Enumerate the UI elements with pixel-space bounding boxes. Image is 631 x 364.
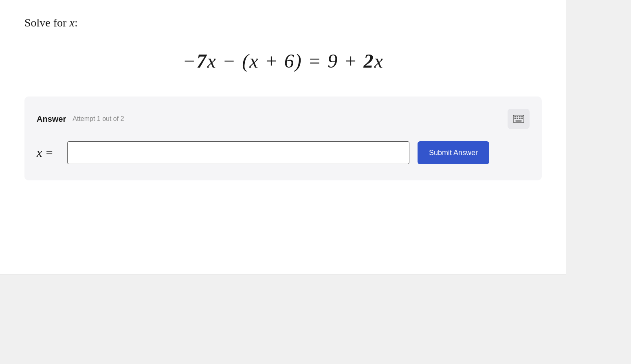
answer-section: Answer Attempt 1 out of 2 bbox=[24, 96, 542, 180]
colon: : bbox=[75, 16, 78, 29]
keyboard-toggle-button[interactable] bbox=[508, 109, 530, 129]
svg-rect-9 bbox=[516, 121, 522, 122]
svg-rect-5 bbox=[514, 118, 516, 119]
svg-rect-7 bbox=[519, 118, 521, 119]
answer-label: Answer bbox=[37, 114, 66, 124]
svg-rect-2 bbox=[517, 116, 518, 118]
math-equation: −7x − (x + 6) = 9 + 2x bbox=[24, 50, 542, 72]
variable-x: x bbox=[69, 16, 74, 29]
svg-rect-6 bbox=[517, 118, 518, 119]
answer-header-left: Answer Attempt 1 out of 2 bbox=[37, 114, 124, 124]
answer-input-row: x = Submit Answer bbox=[37, 141, 530, 164]
keyboard-icon bbox=[513, 115, 524, 123]
submit-answer-button[interactable]: Submit Answer bbox=[418, 141, 489, 164]
equation-display: −7x − (x + 6) = 9 + 2x bbox=[24, 42, 542, 80]
svg-rect-4 bbox=[521, 116, 523, 118]
main-content: Solve for x: −7x − (x + 6) = 9 + 2x Answ… bbox=[0, 0, 566, 274]
svg-rect-8 bbox=[521, 118, 523, 119]
problem-instruction: Solve for x: bbox=[24, 16, 542, 29]
attempt-counter: Attempt 1 out of 2 bbox=[73, 115, 124, 123]
svg-rect-3 bbox=[519, 116, 521, 118]
svg-rect-1 bbox=[514, 116, 516, 118]
instruction-text: Solve for bbox=[24, 16, 69, 29]
answer-header: Answer Attempt 1 out of 2 bbox=[37, 109, 530, 129]
bottom-area bbox=[0, 274, 631, 364]
x-equals-label: x = bbox=[37, 146, 59, 160]
answer-input[interactable] bbox=[67, 141, 409, 164]
